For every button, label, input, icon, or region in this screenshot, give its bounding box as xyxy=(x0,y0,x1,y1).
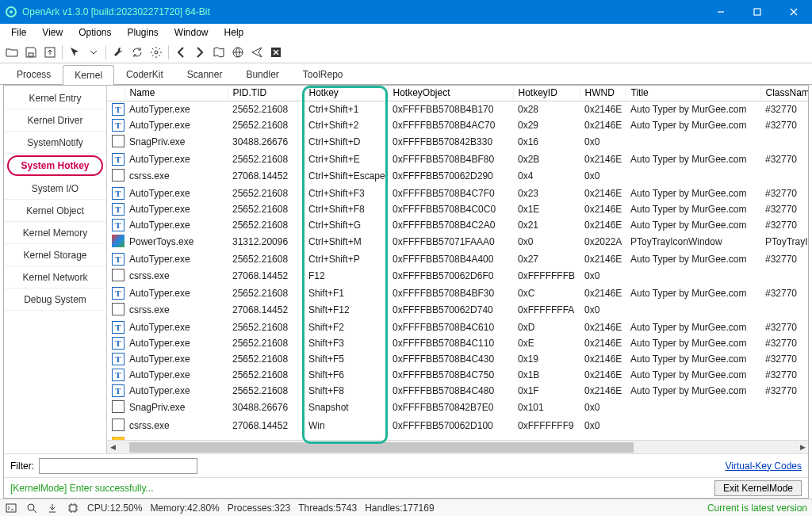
col-hotkeyid[interactable]: HotkeyID xyxy=(513,86,580,101)
cell-title: Auto Typer by MurGee.com xyxy=(626,335,760,351)
cell-hotkey: Shift+F8 xyxy=(304,383,388,399)
table-row[interactable]: TAutoTyper.exe25652.21608Shift+F20xFFFFB… xyxy=(107,319,808,335)
table-row[interactable]: TAutoTyper.exe25652.21608Ctrl+Shift+P0xF… xyxy=(107,251,808,267)
table-row[interactable]: csrss.exe27068.14452F120xFFFFBB570062D6F… xyxy=(107,267,808,285)
table-row[interactable]: csrss.exe27068.14452Shift+F120xFFFFBB570… xyxy=(107,301,808,319)
table-row[interactable]: TAutoTyper.exe25652.21608Shift+F10xFFFFB… xyxy=(107,285,808,301)
sidebar-item-system-i/o[interactable]: System I/O xyxy=(4,178,106,200)
sidebar-item-systemnotify[interactable]: SystemNotify xyxy=(4,132,106,154)
tab-bundler[interactable]: Bundler xyxy=(234,64,290,84)
sidebar-item-kernel-entry[interactable]: Kernel Entry xyxy=(4,87,106,109)
table-row[interactable]: TAutoTyper.exe25652.21608Ctrl+Shift+F80x… xyxy=(107,201,808,217)
refresh-icon[interactable] xyxy=(128,44,146,61)
cell-hid: 0xD xyxy=(513,319,580,335)
sidebar-item-kernel-object[interactable]: Kernel Object xyxy=(4,200,106,222)
cell-hwnd: 0x2146E xyxy=(580,117,626,133)
col-name[interactable]: Name xyxy=(124,86,228,101)
cell-hid: 0x101 xyxy=(513,399,580,417)
horizontal-scrollbar[interactable]: ◀▶ xyxy=(107,440,808,453)
globe-icon[interactable] xyxy=(229,44,247,61)
hotkey-table[interactable]: NamePID.TIDHotkey˄HotkeyObjectHotkeyIDHW… xyxy=(107,86,808,440)
chip-icon[interactable] xyxy=(67,502,79,514)
menu-view[interactable]: View xyxy=(36,25,69,40)
gear-icon[interactable] xyxy=(147,44,165,61)
menu-help[interactable]: Help xyxy=(218,25,251,40)
map-icon[interactable] xyxy=(210,44,228,61)
table-row[interactable]: TAutoTyper.exe25652.21608Shift+F50xFFFFB… xyxy=(107,351,808,367)
dropdown-icon[interactable] xyxy=(85,44,102,61)
sidebar-item-debug-system[interactable]: Debug System xyxy=(4,289,106,311)
cell-class: #32770 xyxy=(760,319,808,335)
tab-process[interactable]: Process xyxy=(5,64,63,84)
autotyper-icon: T xyxy=(112,384,124,397)
maximize-button[interactable] xyxy=(739,0,776,24)
table-row[interactable]: PowerToys.exe31312.20096Ctrl+Shift+M0xFF… xyxy=(107,233,808,251)
filter-input[interactable] xyxy=(39,458,197,474)
col-classname[interactable]: ClassName xyxy=(760,86,808,101)
table-row[interactable]: TAutoTyper.exe25652.21608Shift+F30xFFFFB… xyxy=(107,335,808,351)
svg-rect-11 xyxy=(6,504,16,512)
cell-obj: 0xFFFFBB570062D6F0 xyxy=(388,267,513,285)
menubar: FileViewOptionsPluginsWindowHelp xyxy=(0,24,812,41)
arrow-right-icon[interactable] xyxy=(191,44,209,61)
table-row[interactable]: TAutoTyper.exe25652.21608Shift+F80xFFFFB… xyxy=(107,383,808,399)
generic-exe-icon xyxy=(112,419,124,431)
sidebar-item-kernel-storage[interactable]: Kernel Storage xyxy=(4,244,106,266)
col-icon[interactable] xyxy=(107,86,124,101)
table-row[interactable]: TAutoTyper.exe25652.21608Ctrl+Shift+10xF… xyxy=(107,101,808,117)
col-title[interactable]: Title xyxy=(626,86,760,101)
save-icon[interactable] xyxy=(22,44,40,61)
table-row[interactable]: TAutoTyper.exe25652.21608Ctrl+Shift+20xF… xyxy=(107,117,808,133)
cell-name: AutoTyper.exe xyxy=(124,217,228,233)
tab-toolrepo[interactable]: ToolRepo xyxy=(291,64,355,84)
cell-hwnd: 0x2146E xyxy=(580,285,626,301)
top-tabs: ProcessKernelCoderKitScannerBundlerToolR… xyxy=(0,63,812,84)
arrow-left-icon[interactable] xyxy=(172,44,190,61)
download-icon[interactable] xyxy=(46,502,59,514)
sidebar-item-kernel-memory[interactable]: Kernel Memory xyxy=(4,222,106,244)
folder-open-icon[interactable] xyxy=(3,44,21,61)
cell-obj: 0xFFFFBB5708B4C750 xyxy=(388,367,513,383)
menu-plugins[interactable]: Plugins xyxy=(121,25,165,40)
cell-title xyxy=(626,417,760,435)
table-row[interactable]: SnagPriv.exe30488.26676Snapshot0xFFFFBB5… xyxy=(107,399,808,417)
sidebar-item-system-hotkey[interactable]: System Hotkey xyxy=(7,155,103,176)
table-row[interactable]: TAutoTyper.exe25652.21608Ctrl+Shift+F30x… xyxy=(107,185,808,201)
col-hotkey[interactable]: Hotkey˄ xyxy=(304,86,388,101)
close-box-icon[interactable] xyxy=(267,44,285,61)
table-row[interactable]: SnagPriv.exe30488.26676Ctrl+Shift+D0xFFF… xyxy=(107,133,808,151)
send-icon[interactable] xyxy=(248,44,266,61)
cell-hotkey: Ctrl+Shift+F3 xyxy=(304,185,388,201)
cell-hotkey: Shift+F6 xyxy=(304,367,388,383)
search-icon[interactable] xyxy=(25,502,38,514)
menu-options[interactable]: Options xyxy=(72,25,117,40)
col-hwnd[interactable]: HWND xyxy=(580,86,626,101)
menu-file[interactable]: File xyxy=(5,25,33,40)
table-row[interactable]: TAutoTyper.exe25652.21608Ctrl+Shift+G0xF… xyxy=(107,217,808,233)
cell-hotkey: Snapshot xyxy=(304,399,388,417)
exit-kernelmode-button[interactable]: Exit KernelMode xyxy=(714,480,802,496)
table-row[interactable]: TAutoTyper.exe25652.21608Ctrl+Shift+E0xF… xyxy=(107,151,808,167)
sidebar-item-kernel-driver[interactable]: Kernel Driver xyxy=(4,109,106,132)
wrench-icon[interactable] xyxy=(109,44,127,61)
sidebar-item-kernel-network[interactable]: Kernel Network xyxy=(4,266,106,289)
table-row[interactable]: csrss.exe27068.14452Ctrl+Shift+Escape0xF… xyxy=(107,167,808,185)
cell-hid: 0x21 xyxy=(513,217,580,233)
terminal-icon[interactable] xyxy=(5,502,17,514)
minimize-button[interactable] xyxy=(703,0,739,24)
generic-exe-icon xyxy=(112,135,124,147)
cell-obj: 0xFFFFBB5708B4BF80 xyxy=(388,151,513,167)
export-icon[interactable] xyxy=(41,44,59,61)
table-row[interactable]: csrss.exe27068.14452Win0xFFFFBB570062D10… xyxy=(107,417,808,435)
tab-scanner[interactable]: Scanner xyxy=(175,64,235,84)
cell-hotkey: Ctrl+Shift+Escape xyxy=(304,167,388,185)
pointer-icon[interactable] xyxy=(66,44,83,61)
tab-kernel[interactable]: Kernel xyxy=(63,65,114,85)
col-pid-tid[interactable]: PID.TID xyxy=(228,86,304,101)
table-row[interactable]: TAutoTyper.exe25652.21608Shift+F60xFFFFB… xyxy=(107,367,808,383)
col-hotkeyobject[interactable]: HotkeyObject xyxy=(388,86,513,101)
close-button[interactable] xyxy=(776,0,812,24)
tab-coderkit[interactable]: CoderKit xyxy=(114,64,175,84)
menu-window[interactable]: Window xyxy=(168,25,215,40)
virtual-key-codes-link[interactable]: Virtual-Key Codes xyxy=(726,461,802,472)
